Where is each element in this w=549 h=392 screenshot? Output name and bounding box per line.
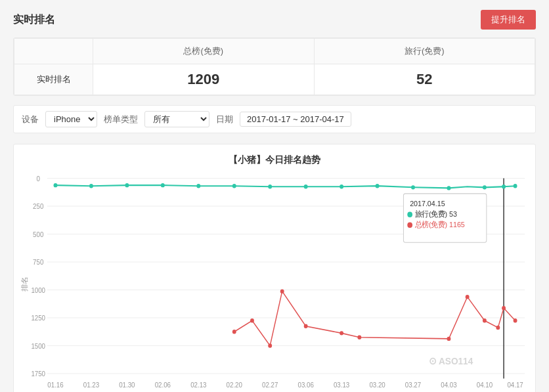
- svg-text:2017.04.15: 2017.04.15: [410, 200, 445, 208]
- ranking-card: 总榜(免费) 旅行(免费) 实时排名 1209 52: [13, 37, 536, 96]
- svg-point-44: [483, 185, 487, 189]
- svg-point-55: [466, 295, 470, 299]
- svg-point-47: [232, 330, 236, 334]
- svg-text:1750: 1750: [31, 370, 45, 378]
- device-label: 设备: [22, 114, 39, 125]
- svg-text:02.20: 02.20: [227, 381, 243, 389]
- svg-text:01.16: 01.16: [47, 381, 64, 389]
- svg-point-57: [496, 326, 500, 330]
- svg-text:1000: 1000: [31, 286, 45, 294]
- svg-point-50: [280, 289, 284, 293]
- svg-text:02.13: 02.13: [190, 381, 207, 389]
- svg-text:03.13: 03.13: [334, 381, 350, 389]
- svg-text:04.03: 04.03: [441, 381, 457, 389]
- svg-text:1250: 1250: [31, 315, 45, 322]
- svg-text:02.06: 02.06: [155, 381, 171, 389]
- svg-point-34: [125, 183, 129, 187]
- svg-text:01.23: 01.23: [83, 381, 100, 389]
- svg-point-35: [161, 183, 165, 187]
- chart-svg: 0 250 500 750 1000 1250 1500 1750 排名: [20, 173, 529, 392]
- ranking-col2-value: 52: [314, 64, 535, 95]
- header-row: 实时排名 提升排名: [13, 10, 536, 30]
- chart-type-select[interactable]: 所有 旅行(免费) 总榜(免费): [144, 111, 209, 127]
- svg-point-40: [340, 185, 343, 188]
- svg-text:250: 250: [33, 203, 44, 210]
- chart-container: 0 250 500 750 1000 1250 1500 1750 排名: [20, 173, 529, 392]
- svg-point-62: [407, 212, 412, 218]
- chart-title: 【小猪】今日排名趋势: [20, 154, 529, 166]
- svg-text:旅行(免费) 53: 旅行(免费) 53: [415, 210, 457, 219]
- svg-text:03.06: 03.06: [297, 381, 314, 389]
- svg-point-49: [268, 343, 272, 347]
- ranking-table: 总榜(免费) 旅行(免费) 实时排名 1209 52: [14, 38, 535, 95]
- svg-point-33: [89, 184, 93, 188]
- svg-point-45: [502, 185, 506, 188]
- svg-text:02.27: 02.27: [262, 381, 278, 389]
- svg-point-46: [514, 184, 517, 188]
- svg-point-42: [411, 185, 415, 189]
- svg-point-39: [304, 185, 308, 188]
- ranking-row-label: 实时排名: [14, 64, 93, 95]
- svg-point-36: [196, 184, 200, 188]
- chart-type-label: 榜单类型: [104, 114, 138, 125]
- svg-text:1500: 1500: [31, 342, 45, 349]
- svg-point-64: [407, 222, 412, 228]
- svg-text:500: 500: [33, 230, 44, 238]
- svg-text:04.17: 04.17: [507, 381, 523, 389]
- promote-button[interactable]: 提升排名: [481, 10, 536, 30]
- svg-text:03.27: 03.27: [405, 381, 422, 389]
- ranking-col1-value: 1209: [93, 64, 315, 95]
- col1-header: 总榜(免费): [93, 39, 315, 64]
- svg-point-41: [376, 184, 380, 188]
- svg-text:01.30: 01.30: [119, 381, 135, 389]
- date-label: 日期: [216, 114, 233, 125]
- svg-text:750: 750: [33, 259, 44, 266]
- svg-point-48: [250, 318, 254, 322]
- svg-point-59: [514, 318, 517, 322]
- svg-point-51: [304, 324, 308, 328]
- svg-point-58: [502, 306, 506, 310]
- svg-point-54: [447, 337, 451, 341]
- page-title: 实时排名: [13, 13, 55, 27]
- date-picker[interactable]: 2017-01-17 ~ 2017-04-17: [240, 112, 351, 127]
- filter-row: 设备 iPhone iPad 榜单类型 所有 旅行(免费) 总榜(免费) 日期 …: [13, 105, 536, 133]
- svg-point-38: [268, 185, 272, 188]
- page-container: 实时排名 提升排名 总榜(免费) 旅行(免费) 实时排名 1209 52: [0, 0, 549, 392]
- svg-point-43: [447, 186, 451, 190]
- chart-section: 【小猪】今日排名趋势 0 250 500 750 1000 1250 1500 …: [13, 144, 536, 392]
- svg-point-53: [357, 336, 361, 339]
- svg-text:04.10: 04.10: [477, 381, 493, 389]
- svg-text:总榜(免费) 1165: 总榜(免费) 1165: [414, 220, 465, 229]
- svg-point-56: [483, 318, 487, 322]
- svg-point-32: [54, 183, 58, 187]
- svg-point-52: [340, 331, 343, 335]
- svg-text:排名: 排名: [20, 277, 28, 292]
- svg-text:03.20: 03.20: [369, 381, 385, 389]
- col2-header: 旅行(免费): [314, 39, 535, 64]
- device-select[interactable]: iPhone iPad: [45, 111, 97, 127]
- svg-point-37: [232, 184, 236, 188]
- svg-text:⊙ ASO114: ⊙ ASO114: [429, 356, 473, 367]
- svg-text:0: 0: [37, 175, 41, 182]
